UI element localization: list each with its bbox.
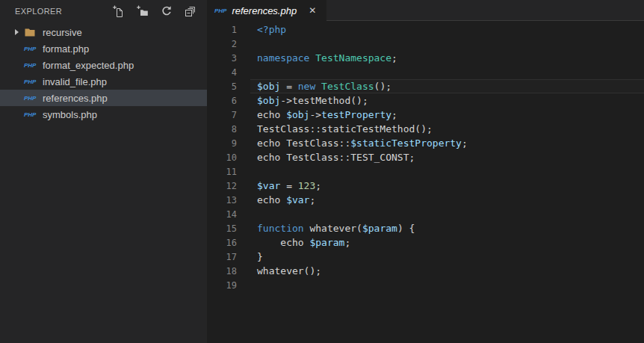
code-line-17[interactable]: 17} <box>207 250 644 264</box>
tree-item-label: format.php <box>43 43 89 55</box>
line-content: $obj = new TestClass(); <box>237 81 391 92</box>
code-line-15[interactable]: 15function whatever($param) { <box>207 221 644 235</box>
line-content: namespace TestNamespace; <box>237 52 397 64</box>
line-number: 9 <box>207 138 237 149</box>
explorer-title: EXPLORER <box>15 7 62 16</box>
php-file-icon: PHP <box>24 78 39 85</box>
tree-item-recursive[interactable]: recursive <box>0 24 207 40</box>
line-number: 3 <box>207 53 237 64</box>
code-line-5[interactable]: 5$obj = new TestClass(); <box>207 79 644 93</box>
line-number: 18 <box>207 266 237 276</box>
code-editor[interactable]: 1<?php23namespace TestNamespace;45$obj =… <box>207 21 644 343</box>
refresh-button[interactable] <box>161 5 173 17</box>
line-number: 1 <box>207 25 237 35</box>
tab-close-icon[interactable]: ✕ <box>307 5 318 16</box>
tab-label: references.php <box>232 5 297 16</box>
line-content: } <box>237 251 263 262</box>
line-number: 19 <box>207 280 237 291</box>
code-line-4[interactable]: 4 <box>207 65 644 79</box>
tree-item-references-php[interactable]: PHPreferences.php <box>0 90 207 106</box>
code-line-19[interactable]: 19 <box>207 278 644 292</box>
code-line-16[interactable]: 16 echo $param; <box>207 235 644 250</box>
line-content: function whatever($param) { <box>237 223 415 234</box>
code-line-12[interactable]: 12$var = 123; <box>207 179 644 193</box>
line-number: 11 <box>207 167 237 177</box>
code-line-10[interactable]: 10echo TestClass::TEST_CONST; <box>207 150 644 164</box>
file-tree: recursivePHPformat.phpPHPformat_expected… <box>0 24 207 123</box>
php-file-icon: PHP <box>24 111 39 118</box>
line-content: echo TestClass::TEST_CONST; <box>237 152 415 163</box>
tree-item-invalid-file-php[interactable]: PHPinvalid_file.php <box>0 73 207 90</box>
line-number: 13 <box>207 195 237 206</box>
php-file-icon: PHP <box>24 95 39 102</box>
php-file-icon: PHP <box>214 7 226 14</box>
new-file-button[interactable] <box>113 5 125 17</box>
code-line-14[interactable]: 14 <box>207 207 644 221</box>
code-line-1[interactable]: 1<?php <box>207 22 644 37</box>
collapse-all-button[interactable] <box>185 5 196 17</box>
code-line-7[interactable]: 7echo $obj->testProperty; <box>207 108 644 122</box>
code-line-6[interactable]: 6$obj->testMethod(); <box>207 93 644 108</box>
code-line-18[interactable]: 18whatever(); <box>207 264 644 278</box>
line-number: 15 <box>207 223 237 234</box>
line-number: 4 <box>207 67 237 78</box>
editor-pane: PHP references.php ✕ 1<?php23namespace T… <box>207 0 644 343</box>
collapse-all-icon <box>185 5 196 17</box>
explorer-actions <box>113 5 196 17</box>
line-number: 6 <box>207 96 237 106</box>
line-number: 17 <box>207 252 237 262</box>
code-line-9[interactable]: 9echo TestClass::$staticTestProperty; <box>207 136 644 150</box>
line-number: 10 <box>207 152 237 163</box>
line-content: TestClass::staticTestMethod(); <box>237 123 433 135</box>
line-content: $obj->testMethod(); <box>237 95 368 106</box>
line-content: $var = 123; <box>237 180 321 191</box>
tree-item-symbols-php[interactable]: PHPsymbols.php <box>0 106 207 123</box>
refresh-icon <box>161 5 173 17</box>
line-content: echo $obj->testProperty; <box>237 109 397 120</box>
code-editor-window: EXPLORER <box>0 0 644 343</box>
line-number: 12 <box>207 181 237 191</box>
tab-bar-empty-area <box>326 0 644 21</box>
tree-item-label: recursive <box>43 27 82 38</box>
tab-bar: PHP references.php ✕ <box>207 0 644 21</box>
chevron-right-icon <box>15 29 24 35</box>
code-line-8[interactable]: 8TestClass::staticTestMethod(); <box>207 122 644 136</box>
new-folder-icon <box>137 5 149 17</box>
php-file-icon: PHP <box>24 46 39 52</box>
line-number: 2 <box>207 39 237 49</box>
line-content: whatever(); <box>237 265 321 276</box>
tree-item-format-expected-php[interactable]: PHPformat_expected.php <box>0 57 207 73</box>
tab-references-php[interactable]: PHP references.php ✕ <box>207 0 326 21</box>
tree-item-label: format_expected.php <box>43 60 134 71</box>
line-content: echo TestClass::$staticTestProperty; <box>237 137 468 149</box>
line-content: echo $var; <box>237 194 315 206</box>
code-line-13[interactable]: 13echo $var; <box>207 193 644 207</box>
line-number: 5 <box>207 81 237 92</box>
new-folder-button[interactable] <box>137 5 149 17</box>
tree-item-format-php[interactable]: PHPformat.php <box>0 40 207 57</box>
folder-icon <box>24 26 39 38</box>
tree-item-label: invalid_file.php <box>43 76 107 87</box>
code-line-11[interactable]: 11 <box>207 164 644 179</box>
php-file-icon: PHP <box>24 62 39 69</box>
explorer-sidebar: EXPLORER <box>0 0 207 343</box>
tree-item-label: symbols.php <box>43 109 97 120</box>
line-number: 8 <box>207 124 237 135</box>
line-content: echo $param; <box>237 237 350 248</box>
line-number: 14 <box>207 209 237 220</box>
tree-item-label: references.php <box>43 93 108 104</box>
new-file-icon <box>113 5 125 17</box>
line-content: <?php <box>237 24 286 35</box>
explorer-header: EXPLORER <box>0 0 207 22</box>
code-line-3[interactable]: 3namespace TestNamespace; <box>207 51 644 65</box>
line-number: 7 <box>207 110 237 120</box>
line-number: 16 <box>207 238 237 248</box>
code-line-2[interactable]: 2 <box>207 37 644 51</box>
